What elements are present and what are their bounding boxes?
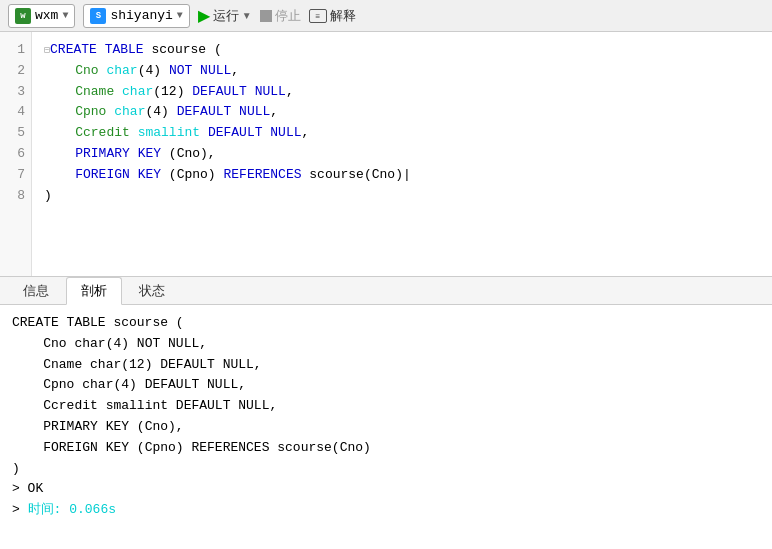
output-line3: Cname char(12) DEFAULT NULL, [12, 357, 262, 372]
stop-button[interactable]: 停止 [260, 7, 301, 25]
output-line8: ) [12, 461, 20, 476]
output-line6: PRIMARY KEY (Cno), [12, 419, 184, 434]
line-num: 3 [6, 82, 25, 103]
db2-icon: S [90, 8, 106, 24]
db1-chevron-icon: ▼ [62, 10, 68, 21]
code-editor: 1 2 3 4 5 6 7 8 ⊟CREATE TABLE scourse ( … [0, 32, 772, 277]
bottom-panel: 信息 剖析 状态 CREATE TABLE scourse ( Cno char… [0, 277, 772, 549]
line-num: 7 [6, 165, 25, 186]
output-line2: Cno char(4) NOT NULL, [12, 336, 207, 351]
line-num: 8 [6, 186, 25, 207]
run-label: 运行 [213, 7, 239, 25]
output-ok: > OK [12, 481, 43, 496]
output-time: 时间: 0.066s [28, 502, 116, 517]
db2-name: shiyanyi [110, 8, 172, 23]
db2-chevron-icon: ▼ [177, 10, 183, 21]
explain-label: 解释 [330, 7, 356, 25]
line-numbers: 1 2 3 4 5 6 7 8 [0, 32, 32, 276]
sql-code[interactable]: ⊟CREATE TABLE scourse ( Cno char(4) NOT … [32, 32, 772, 276]
db2-selector[interactable]: S shiyanyi ▼ [83, 4, 189, 28]
run-button[interactable]: ▶ 运行 ▼ [198, 6, 252, 25]
db1-icon: w [15, 8, 31, 24]
run-dropdown-icon: ▼ [242, 10, 252, 21]
toolbar: w wxm ▼ S shiyanyi ▼ ▶ 运行 ▼ 停止 ≡ 解释 [0, 0, 772, 32]
output-gt: > [12, 502, 28, 517]
line-num: 1 [6, 40, 25, 61]
db1-name: wxm [35, 8, 58, 23]
line-num: 6 [6, 144, 25, 165]
output-line1: CREATE TABLE scourse ( [12, 315, 184, 330]
output-line7: FOREIGN KEY (Cpno) REFERENCES scourse(Cn… [12, 440, 371, 455]
explain-button[interactable]: ≡ 解释 [309, 7, 356, 25]
output-line4: Cpno char(4) DEFAULT NULL, [12, 377, 246, 392]
explain-icon: ≡ [309, 9, 327, 23]
tab-analysis[interactable]: 剖析 [66, 277, 122, 305]
stop-icon [260, 10, 272, 22]
tab-info[interactable]: 信息 [8, 277, 64, 304]
output-line5: Ccredit smallint DEFAULT NULL, [12, 398, 277, 413]
tabs-bar: 信息 剖析 状态 [0, 277, 772, 305]
output-area: CREATE TABLE scourse ( Cno char(4) NOT N… [0, 305, 772, 549]
line-num: 4 [6, 102, 25, 123]
tab-status[interactable]: 状态 [124, 277, 180, 304]
line-num: 5 [6, 123, 25, 144]
play-icon: ▶ [198, 6, 210, 25]
stop-label: 停止 [275, 7, 301, 25]
db1-selector[interactable]: w wxm ▼ [8, 4, 75, 28]
line-num: 2 [6, 61, 25, 82]
